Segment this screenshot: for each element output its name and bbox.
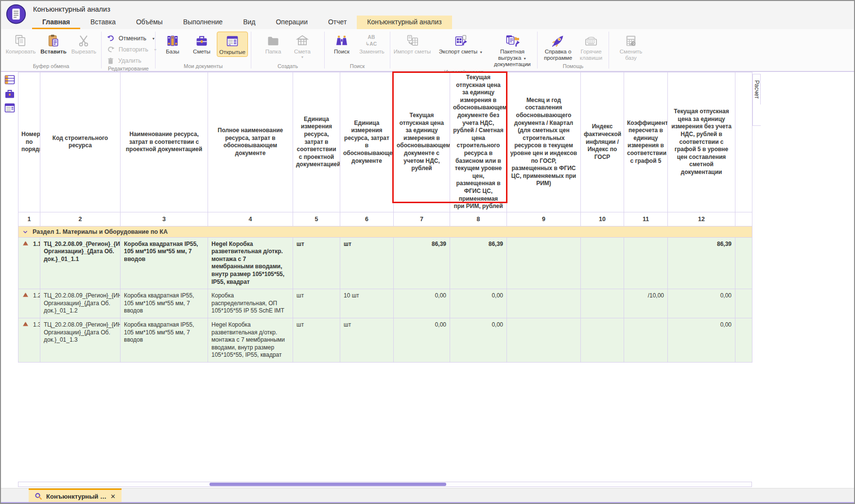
undo-icon bbox=[106, 34, 115, 43]
tab-obyomy[interactable]: Объёмы bbox=[126, 16, 173, 29]
table-row: 1.2 ТЦ_20.2.08.09_{Регион}_{ИНН Организа… bbox=[18, 289, 752, 318]
estimates-button[interactable]: Сметы bbox=[188, 32, 216, 56]
open-window-icon bbox=[226, 34, 239, 49]
redo-button: Повторить ▼ bbox=[106, 45, 150, 54]
copy-button: Копировать bbox=[4, 32, 37, 56]
calculator-icon bbox=[624, 33, 638, 49]
list-panel-icon[interactable] bbox=[3, 102, 16, 114]
magnifier-icon bbox=[35, 492, 42, 500]
briefcase-panel-icon[interactable] bbox=[3, 87, 16, 100]
close-icon[interactable]: ✕ bbox=[110, 493, 116, 500]
export-dropdown-icon[interactable]: ▼ bbox=[479, 51, 483, 54]
ribbon-group-import-export: Импорт сметы Экспорт сметы▼ Пакетная выг… bbox=[390, 29, 537, 71]
ribbon-group-change-base: Сменить базу bbox=[609, 29, 653, 71]
column-header-12[interactable]: Текущая отпускная цена за единицу измере… bbox=[668, 72, 735, 212]
right-panel-stub bbox=[752, 104, 761, 126]
folder-button: Папка bbox=[259, 32, 287, 56]
column-header-4[interactable]: Полное наименование ресурса, затрат в об… bbox=[208, 72, 293, 212]
ribbon-group-my-documents: Базы Сметы Открытые Мои документы bbox=[156, 29, 251, 71]
scrollbar-thumb[interactable] bbox=[209, 483, 446, 486]
tab-otchet[interactable]: Отчет bbox=[318, 16, 357, 29]
change-base-button: Сменить базу bbox=[612, 32, 650, 62]
tab-vid[interactable]: Вид bbox=[233, 16, 265, 29]
sheet-view-icon[interactable] bbox=[3, 73, 16, 86]
new-estimate-button: Смета ▼ bbox=[288, 32, 316, 60]
svg-text:↳AC: ↳AC bbox=[366, 41, 377, 47]
header-row: Номер по порядку Код строительного ресур… bbox=[18, 72, 752, 212]
document-tab[interactable]: Конъюнктурный … ✕ bbox=[29, 488, 122, 503]
batch-upload-icon bbox=[505, 33, 520, 49]
price-warning-icon bbox=[22, 292, 29, 297]
group-label-create: Создать bbox=[251, 63, 324, 71]
rocket-icon bbox=[551, 33, 565, 49]
ribbon-group-create: Папка Смета ▼ Создать bbox=[251, 29, 324, 71]
ribbon: Копировать Вставить Вырезать Буфер обмен… bbox=[1, 29, 854, 72]
ribbon-group-help: Справка о программе Горячие клавиши Помо… bbox=[538, 29, 609, 71]
column-header-3[interactable]: Наименование ресурса, затрат в соответст… bbox=[121, 72, 208, 212]
window-title: Конъюнктурный анализ bbox=[33, 5, 110, 13]
about-button[interactable]: Справка о программе bbox=[541, 32, 576, 62]
left-toolbar bbox=[1, 72, 18, 487]
column-header-6[interactable]: Единица измерения ресурса, затрат в обос… bbox=[340, 72, 394, 212]
app-logo-icon[interactable] bbox=[6, 4, 26, 24]
paste-icon bbox=[47, 33, 60, 49]
import-icon bbox=[405, 33, 419, 49]
chevron-down-icon[interactable] bbox=[22, 229, 28, 235]
binoculars-icon bbox=[335, 33, 349, 49]
column-header-7[interactable]: Текущая отпускная цена за единицу измере… bbox=[394, 72, 450, 212]
books-icon bbox=[166, 33, 179, 49]
import-estimate-button: Импорт сметы bbox=[390, 32, 435, 56]
tab-konyunkturny-analiz[interactable]: Конъюнктурный анализ bbox=[357, 16, 452, 29]
redo-icon bbox=[106, 45, 115, 54]
table-row: 1.3 ТЦ_20.2.08.09_{Регион}_{ИНН Организа… bbox=[18, 318, 752, 363]
tab-operacii[interactable]: Операции bbox=[265, 16, 318, 29]
hotkeys-button: Горячие клавиши bbox=[576, 32, 606, 62]
search-button[interactable]: Поиск bbox=[328, 32, 356, 56]
bases-button[interactable]: Базы bbox=[158, 32, 187, 56]
section-title[interactable]: Раздел 1. Материалы и Оборудование по КА bbox=[33, 228, 168, 235]
batch-dropdown-icon[interactable]: ▼ bbox=[523, 57, 526, 60]
document-tab-label: Конъюнктурный … bbox=[46, 493, 106, 500]
export-estimate-button[interactable]: Экспорт сметы▼ bbox=[436, 32, 486, 56]
window-bottom-accent bbox=[1, 502, 854, 503]
briefcase-icon bbox=[195, 33, 209, 49]
column-header-9[interactable]: Месяц и год составления обосновывающего … bbox=[507, 72, 581, 212]
svg-text:AB: AB bbox=[368, 35, 375, 40]
cut-button: Вырезать bbox=[70, 32, 98, 56]
title-bar: Конъюнктурный анализ bbox=[1, 1, 854, 16]
column-header-11[interactable]: Коэффициент пересчета в единицу измерени… bbox=[624, 72, 668, 212]
ribbon-tabs: Главная Вставка Объёмы Выполнение Вид Оп… bbox=[1, 16, 854, 29]
app-window: Конъюнктурный анализ Главная Вставка Объ… bbox=[0, 0, 855, 504]
tab-vypolnenie[interactable]: Выполнение bbox=[173, 16, 233, 29]
price-warning-icon bbox=[22, 321, 29, 327]
batch-upload-button[interactable]: Пакетная выгрузка▼документации bbox=[487, 32, 538, 69]
open-documents-button[interactable]: Открытые bbox=[217, 32, 248, 57]
group-label-search: Поиск bbox=[325, 63, 390, 71]
column-header-5[interactable]: Единица измерения ресурса, затрат в соот… bbox=[293, 72, 340, 212]
column-header-10[interactable]: Индекс фактической инфляции / Индекс по … bbox=[581, 72, 624, 212]
analysis-grid: Номер по порядку Код строительного ресур… bbox=[18, 72, 752, 363]
column-header-2[interactable]: Код строительного ресурса bbox=[40, 72, 121, 212]
building-icon bbox=[296, 33, 309, 49]
column-header-1[interactable]: Номер по порядку bbox=[18, 72, 40, 212]
column-numbers-row: 1 2 3 4 5 6 7 8 9 10 11 12 bbox=[18, 212, 752, 226]
ribbon-group-search: Поиск AB↳AC Заменить Поиск bbox=[325, 29, 390, 71]
horizontal-scrollbar[interactable] bbox=[18, 482, 752, 487]
table-row: 1.1 ТЦ_20.2.08.09_{Регион}_{ИНН Организа… bbox=[18, 237, 752, 289]
trash-icon bbox=[106, 57, 115, 65]
replace-button: AB↳AC Заменить bbox=[357, 32, 387, 56]
tab-raschet[interactable]: Расчет bbox=[752, 74, 761, 105]
undo-button[interactable]: Отменить ▼ bbox=[106, 34, 150, 43]
tab-vstavka[interactable]: Вставка bbox=[80, 16, 126, 29]
estimate-dropdown-icon: ▼ bbox=[301, 55, 304, 59]
tab-glavnaya[interactable]: Главная bbox=[32, 16, 80, 29]
group-label-clipboard: Буфер обмена bbox=[1, 63, 101, 71]
paste-button[interactable]: Вставить bbox=[38, 32, 69, 56]
export-icon bbox=[454, 33, 468, 49]
section-row: Раздел 1. Материалы и Оборудование по КА bbox=[18, 226, 752, 237]
delete-button: Удалить bbox=[106, 56, 150, 66]
price-warning-icon bbox=[22, 241, 29, 246]
replace-icon: AB↳AC bbox=[364, 33, 380, 49]
column-header-8[interactable]: Текущая отпускная цена за единицу измере… bbox=[450, 72, 507, 212]
folder-icon bbox=[266, 33, 280, 49]
